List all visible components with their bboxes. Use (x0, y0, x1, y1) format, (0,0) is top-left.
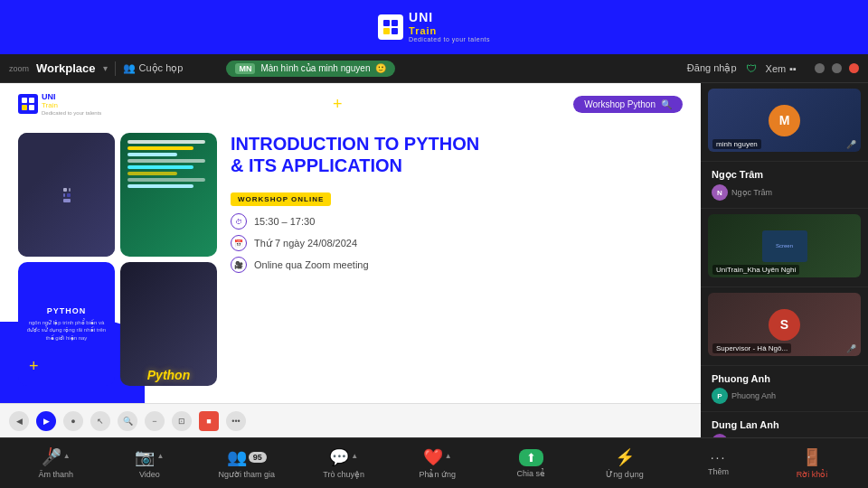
audio-icon-wrap: 🎤 / ▲ (42, 447, 71, 467)
more-tool[interactable]: ··· Thêm (693, 450, 743, 476)
svg-rect-2 (383, 28, 390, 34)
avatar-small-ngoc: N (712, 184, 728, 201)
dung-lan-anh-name: Dung Lan Anh (712, 419, 857, 430)
apps-tool[interactable]: ⚡ Ứng dụng (599, 447, 649, 479)
people-icon: 👥 (123, 62, 136, 74)
platform-value: Online qua Zoom meeting (254, 259, 369, 270)
keyboard-image (18, 133, 115, 257)
reactions-icon-wrap: ❤️ ▲ (423, 447, 452, 467)
main-area: zoom Workplace ▾ 👥 Cuộc họp MN Màn hình … (0, 54, 868, 488)
workshop-search-button[interactable]: Workshop Python 🔍 (573, 96, 683, 113)
participant-card-ngoc-tram-1: Ngọc Trâm N Ngọc Trâm (701, 162, 868, 209)
fit-button[interactable]: ⊡ (172, 411, 192, 431)
zoom-in-button[interactable]: 🔍 (118, 411, 137, 431)
stop-share-button[interactable]: ■ (199, 411, 219, 431)
phuong-anh-name: Phuong Anh (712, 373, 857, 384)
search-icon: 🔍 (661, 99, 672, 109)
reactions-tool[interactable]: ❤️ ▲ Phản ứng (412, 447, 462, 479)
chat-tool[interactable]: 💬 ▲ Trò chuyện (319, 447, 369, 479)
close-button[interactable] (849, 63, 859, 73)
chat-label: Trò chuyện (323, 470, 364, 479)
audio-chevron-icon: ▲ (63, 452, 71, 460)
video-name-label: minh nguyen (712, 139, 761, 149)
unitrain-video-label: UniTrain_Kha Uyên Nghi (712, 265, 799, 275)
calendar-icon: 📅 (231, 235, 247, 251)
participant-card-dung-lan-anh: Dung Lan Anh D Dung Lan Anh (701, 412, 868, 437)
xem-button[interactable]: Xem ▪▪ (766, 63, 797, 74)
supervisor-mic-icon: 🎤 (846, 344, 856, 353)
avatar-phuong: P (712, 388, 728, 404)
reactions-label: Phản ứng (419, 470, 456, 479)
window-controls (815, 63, 859, 73)
logo-text-block: UNI Train Dedicated to your talents (409, 11, 490, 42)
plus-icon-bottom-left: + (29, 357, 39, 376)
slide-logo-tagline: Dedicated to your talents (42, 110, 101, 117)
slide-controls: ◀ ▶ ● ↖ 🔍 − ⊡ ■ ••• (0, 403, 701, 437)
svg-rect-7 (29, 105, 34, 110)
audio-label: Âm thanh (39, 470, 74, 479)
play-prev-button[interactable]: ◀ (9, 411, 29, 431)
workplace-label[interactable]: Workplace (36, 61, 96, 75)
cursor-button[interactable]: ↖ (90, 411, 110, 431)
dangnhap-button[interactable]: Đăng nhập (687, 62, 737, 74)
logo-bar: UNI Train Dedicated to your talents (0, 0, 868, 54)
more-label: Thêm (708, 467, 729, 476)
chevron-down-icon: ▾ (103, 63, 108, 73)
apps-icon: ⚡ (615, 447, 635, 467)
slide-logo: UNI Train Dedicated to your talents (18, 92, 101, 116)
unitrain-logo: UNI Train Dedicated to your talents (378, 11, 490, 42)
chat-chevron-icon: ▲ (351, 452, 358, 460)
minimize-button[interactable] (815, 63, 825, 73)
chat-icon: 💬 (329, 447, 349, 467)
more-icon: ··· (711, 450, 727, 465)
bottom-toolbar: 🎤 / ▲ Âm thanh 📷 ▲ Video 👥 95 Người tham… (0, 437, 868, 488)
zoom-out-button[interactable]: − (145, 411, 165, 431)
leave-tool[interactable]: 🚪 Rời khỏi (788, 447, 837, 479)
participants-icon: 👥 (227, 447, 247, 467)
play-button[interactable]: ▶ (36, 411, 56, 431)
svg-rect-1 (392, 20, 398, 26)
share-tool[interactable]: ⬆ Chia sẻ (506, 449, 556, 478)
title-line2: & ITS APPLICATION (231, 155, 683, 176)
participant-card-ngoc-tram-2: Screen UniTrain_Kha Uyên Nghi (701, 209, 868, 287)
maximize-button[interactable] (832, 63, 842, 73)
zoom-toolbar: zoom Workplace ▾ 👥 Cuộc họp MN Màn hình … (0, 54, 868, 83)
cuochop-button[interactable]: 👥 Cuộc họp (123, 62, 184, 74)
clock-icon: ⏱ (231, 213, 247, 230)
more-options-button[interactable]: ••• (226, 411, 246, 431)
time-value: 15:30 – 17:30 (254, 216, 315, 227)
participants-tool[interactable]: 👥 95 Người tham gia (218, 447, 275, 479)
slide-logo-text: UNI Train Dedicated to your talents (42, 92, 101, 116)
user-badge: MN (235, 63, 255, 74)
content-row: UNI Train Dedicated to your talents + Wo… (0, 83, 868, 437)
plus-icon-top: + (333, 95, 343, 114)
audio-tool[interactable]: 🎤 / ▲ Âm thanh (31, 447, 80, 479)
search-btn-label: Workshop Python (584, 99, 656, 109)
photo-code (120, 133, 217, 257)
python-title: PYTHON (47, 306, 87, 315)
photo-books: Python (120, 262, 217, 386)
photo-keyboard (18, 133, 115, 257)
slash-icon: / (49, 446, 52, 458)
title-line1: INTRODUCTION TO PYTHON (231, 133, 683, 155)
share-icon: ⬆ (519, 449, 543, 466)
participant-name-ngoc-tram: Ngọc Trâm (712, 169, 857, 181)
apps-label: Ứng dụng (606, 470, 644, 479)
logo-icon (378, 14, 403, 40)
python-book-icon: Python (147, 368, 190, 382)
video-icon: 🎥 (231, 257, 247, 273)
slide: UNI Train Dedicated to your talents + Wo… (0, 83, 701, 437)
toolbar-separator (115, 61, 116, 76)
main-title-area: INTRODUCTION TO PYTHON & ITS APPLICATION… (231, 133, 683, 278)
screen-share-indicator: MN Màn hình của minh nguyen 🙂 (226, 61, 395, 77)
svg-rect-6 (22, 105, 27, 110)
avatar-minh: M (769, 105, 800, 136)
video-tool[interactable]: 📷 ▲ Video (125, 447, 175, 479)
logo-tagline: Dedicated to your talents (409, 36, 490, 43)
share-label: Chia sẻ (517, 469, 546, 478)
participant-card-minh-nguyen: M minh nguyen 🎤 (701, 83, 868, 162)
record-button[interactable]: ● (63, 411, 83, 431)
date-value: Thứ 7 ngày 24/08/2024 (254, 238, 357, 249)
chat-icon-wrap: 💬 ▲ (329, 447, 358, 467)
toolbar-right: Đăng nhập 🛡 Xem ▪▪ (687, 62, 859, 75)
